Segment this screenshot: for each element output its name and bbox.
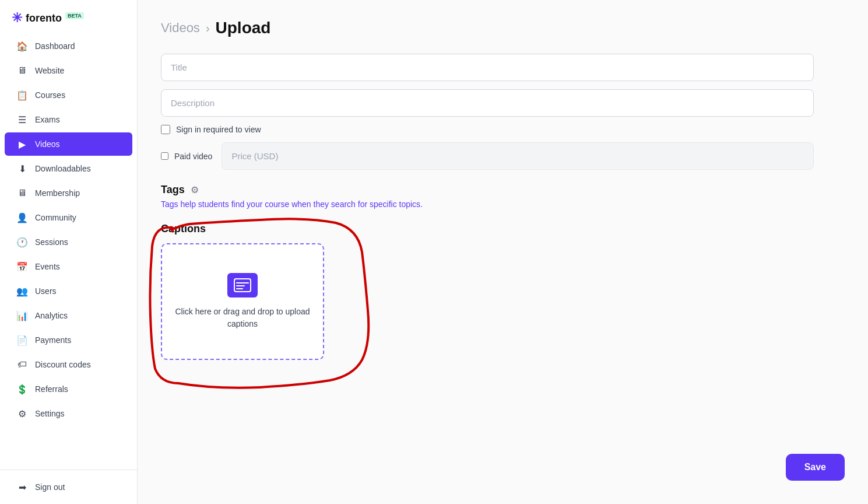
sidebar-bottom: ➡ Sign out bbox=[0, 470, 137, 504]
sign-out-icon: ➡ bbox=[16, 481, 28, 493]
nav-item-referrals[interactable]: 💲 Referrals bbox=[5, 377, 132, 401]
sign-in-row: Sign in required to view bbox=[161, 125, 814, 134]
nav-label-referrals: Referrals bbox=[35, 384, 68, 394]
captions-file-icon bbox=[227, 273, 258, 298]
nav-item-downloadables[interactable]: ⬇ Downloadables bbox=[5, 157, 132, 180]
nav-label-exams: Exams bbox=[35, 115, 60, 124]
users-icon: 👥 bbox=[16, 285, 28, 297]
events-icon: 📅 bbox=[16, 261, 28, 272]
main-content: Videos › Upload Sign in required to view… bbox=[138, 0, 868, 504]
referrals-icon: 💲 bbox=[16, 383, 28, 395]
nav-label-users: Users bbox=[35, 286, 57, 296]
nav-item-dashboard[interactable]: 🏠 Dashboard bbox=[5, 34, 132, 58]
breadcrumb-parent: Videos bbox=[161, 20, 200, 36]
logo: ✳ forento BETA bbox=[0, 0, 137, 34]
community-icon: 👤 bbox=[16, 212, 28, 223]
sidebar: ✳ forento BETA 🏠 Dashboard 🖥 Website 📋 C… bbox=[0, 0, 138, 504]
nav-item-website[interactable]: 🖥 Website bbox=[5, 59, 132, 82]
paid-video-checkbox[interactable] bbox=[161, 152, 168, 160]
nav-label-sessions: Sessions bbox=[35, 237, 68, 247]
sign-in-checkbox[interactable] bbox=[161, 125, 170, 134]
nav-item-analytics[interactable]: 📊 Analytics bbox=[5, 304, 132, 327]
nav-label-analytics: Analytics bbox=[35, 311, 68, 320]
price-input[interactable] bbox=[222, 142, 814, 170]
nav-label-sign-out: Sign out bbox=[35, 482, 65, 492]
courses-icon: 📋 bbox=[16, 89, 28, 101]
save-button-container: Save bbox=[786, 454, 845, 481]
paid-checkbox-group: Paid video bbox=[161, 152, 212, 161]
tags-header: Tags ⚙ bbox=[161, 184, 814, 196]
downloadables-icon: ⬇ bbox=[16, 163, 28, 174]
nav-label-community: Community bbox=[35, 213, 76, 222]
nav-item-exams[interactable]: ☰ Exams bbox=[5, 108, 132, 131]
tags-title: Tags bbox=[161, 184, 185, 196]
nav-item-videos[interactable]: ▶ Videos bbox=[5, 132, 132, 156]
sessions-icon: 🕐 bbox=[16, 236, 28, 248]
tags-settings-icon[interactable]: ⚙ bbox=[191, 184, 199, 195]
logo-text: forento bbox=[26, 12, 62, 24]
discount-codes-icon: 🏷 bbox=[16, 359, 28, 370]
membership-icon: 🖥 bbox=[16, 187, 28, 199]
captions-title: Captions bbox=[161, 223, 324, 235]
upload-form: Sign in required to view Paid video Tags… bbox=[161, 54, 814, 360]
sign-in-label: Sign in required to view bbox=[176, 125, 261, 134]
logo-beta: BETA bbox=[65, 12, 84, 19]
paid-row: Paid video bbox=[161, 142, 814, 170]
captions-upload-dropzone[interactable]: Click here or drag and drop to upload ca… bbox=[161, 243, 324, 360]
nav-item-community[interactable]: 👤 Community bbox=[5, 206, 132, 229]
nav-label-videos: Videos bbox=[35, 139, 60, 149]
nav-item-events[interactable]: 📅 Events bbox=[5, 255, 132, 278]
nav-item-discount-codes[interactable]: 🏷 Discount codes bbox=[5, 353, 132, 376]
dashboard-icon: 🏠 bbox=[16, 40, 28, 52]
nav-item-sessions[interactable]: 🕐 Sessions bbox=[5, 230, 132, 254]
nav-label-settings: Settings bbox=[35, 409, 65, 418]
breadcrumb: Videos › Upload bbox=[161, 19, 845, 37]
captions-section: Captions Click here or drag and drop to … bbox=[161, 223, 324, 360]
description-input[interactable] bbox=[161, 89, 814, 117]
upload-captions-text: Click here or drag and drop to upload ca… bbox=[162, 306, 323, 330]
nav-item-payments[interactable]: 📄 Payments bbox=[5, 328, 132, 352]
nav-item-membership[interactable]: 🖥 Membership bbox=[5, 181, 132, 205]
exams-icon: ☰ bbox=[16, 114, 28, 125]
payments-icon: 📄 bbox=[16, 334, 28, 346]
paid-video-label: Paid video bbox=[174, 152, 212, 161]
analytics-icon: 📊 bbox=[16, 310, 28, 321]
save-button[interactable]: Save bbox=[786, 454, 845, 481]
title-input[interactable] bbox=[161, 54, 814, 81]
nav-item-settings[interactable]: ⚙ Settings bbox=[5, 402, 132, 425]
website-icon: 🖥 bbox=[16, 65, 28, 76]
videos-icon: ▶ bbox=[16, 138, 28, 150]
nav-label-downloadables: Downloadables bbox=[35, 164, 91, 173]
nav-item-users[interactable]: 👥 Users bbox=[5, 279, 132, 303]
nav-label-payments: Payments bbox=[35, 335, 71, 345]
nav-label-dashboard: Dashboard bbox=[35, 41, 75, 51]
nav-label-website: Website bbox=[35, 66, 64, 75]
nav-label-courses: Courses bbox=[35, 90, 65, 100]
nav-label-discount-codes: Discount codes bbox=[35, 360, 91, 369]
nav-label-events: Events bbox=[35, 262, 60, 271]
logo-icon: ✳ bbox=[12, 10, 22, 26]
tags-hint: Tags help students find your course when… bbox=[161, 200, 814, 209]
settings-icon: ⚙ bbox=[16, 408, 28, 419]
breadcrumb-current: Upload bbox=[216, 19, 271, 37]
nav-label-membership: Membership bbox=[35, 188, 80, 198]
nav-item-courses[interactable]: 📋 Courses bbox=[5, 83, 132, 107]
nav-item-sign-out[interactable]: ➡ Sign out bbox=[5, 475, 132, 499]
breadcrumb-separator: › bbox=[206, 22, 210, 35]
